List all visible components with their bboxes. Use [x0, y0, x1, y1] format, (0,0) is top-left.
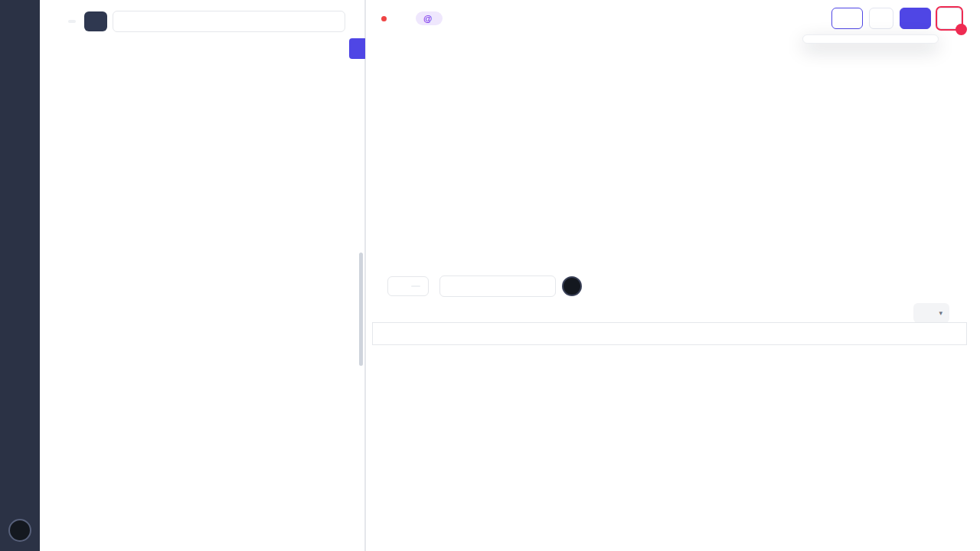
run-actions-kebab-button[interactable] — [937, 8, 962, 29]
header-actions — [831, 8, 971, 29]
view-controls: ▾ — [913, 303, 968, 323]
view-select[interactable]: ▾ — [913, 303, 949, 323]
comment-count — [411, 285, 420, 287]
results-donut-chart — [449, 80, 553, 184]
tests-table — [372, 322, 967, 345]
chevron-down-icon: ▾ — [939, 309, 942, 317]
run-view-tabs — [382, 251, 416, 258]
runs-count-badge — [68, 20, 76, 23]
runs-search[interactable] — [113, 11, 345, 32]
runs-panel-header — [40, 0, 364, 35]
runs-tabs — [40, 35, 364, 57]
test-filter-row — [381, 276, 968, 297]
step-2-badge — [956, 24, 967, 35]
summary-kebab-button[interactable] — [869, 8, 893, 29]
search-icon — [446, 282, 456, 292]
copy-icon — [54, 43, 65, 54]
run-summary-button[interactable] — [831, 8, 863, 29]
runs-search-input[interactable] — [132, 17, 339, 26]
at-icon: @ — [423, 14, 432, 23]
grid-icon — [920, 308, 929, 318]
sparkle-icon — [840, 14, 850, 24]
funnel-icon — [91, 17, 101, 27]
sliders-icon[interactable] — [957, 308, 968, 318]
comment-icon — [396, 282, 406, 292]
runs-panel — [40, 0, 365, 551]
bar-chart-icon — [908, 14, 918, 24]
user-avatar[interactable] — [8, 519, 31, 542]
run-actions-menu — [802, 34, 939, 44]
sort-row: ▾ — [381, 303, 968, 323]
report-button[interactable] — [900, 8, 931, 29]
assignee-filter-avatar[interactable] — [562, 276, 582, 296]
run-detail-header: @ — [381, 6, 971, 31]
runs-scrollbar[interactable] — [359, 253, 363, 366]
table-header-row — [373, 323, 966, 344]
runs-list — [40, 83, 364, 551]
run-detail-panel: @ ▾ — [365, 0, 980, 551]
run-status-dot — [381, 16, 387, 21]
comments-filter-chip[interactable] — [387, 276, 429, 296]
copy-run-id-icon[interactable] — [399, 13, 410, 24]
tests-search[interactable] — [439, 276, 556, 297]
automated-badge[interactable]: @ — [416, 11, 443, 25]
tests-search-input[interactable] — [460, 282, 549, 291]
app-sidebar — [0, 0, 40, 551]
filter-button[interactable] — [84, 11, 107, 31]
search-icon — [119, 17, 129, 27]
